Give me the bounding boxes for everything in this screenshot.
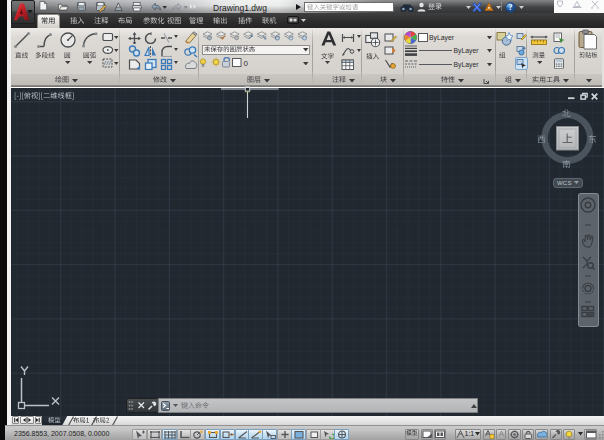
svg-text:0: 0	[244, 59, 249, 68]
svg-text:?: ?	[509, 3, 513, 12]
